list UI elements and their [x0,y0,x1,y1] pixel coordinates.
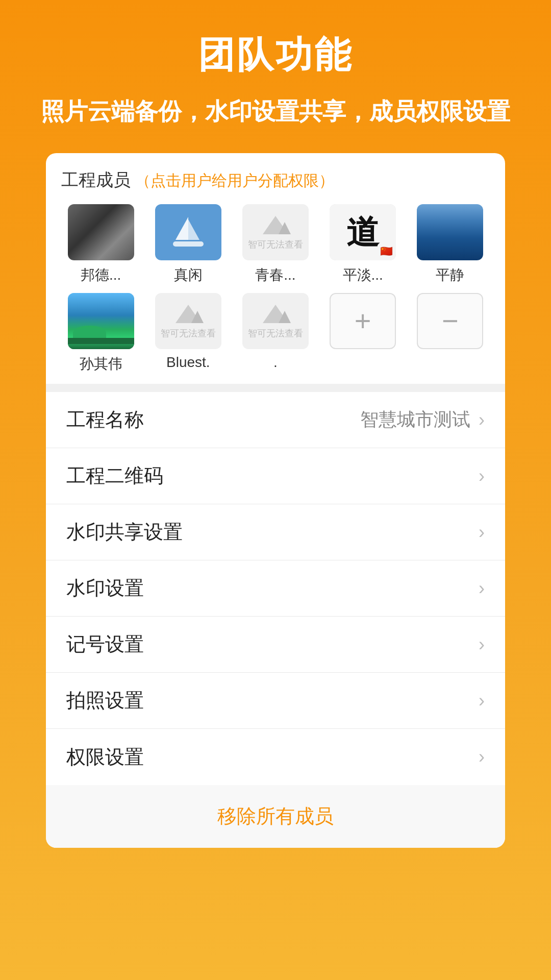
menu-label: 水印共享设置 [66,519,183,545]
menu-right: › [479,690,485,712]
member-avatar: 智可无法查看 [155,293,221,349]
member-item[interactable]: 道 🇨🇳 平淡... [323,204,403,285]
menu-right: 智慧城市测试 › [360,407,485,432]
menu-item-permission-setting[interactable]: 权限设置 › [46,729,505,785]
member-item[interactable]: 智可无法查看 Bluest. [148,293,228,374]
menu-right: › [479,746,485,768]
main-card: 工程成员 （点击用户给用户分配权限） 邦德... [46,153,505,848]
member-photo [68,204,134,260]
member-avatar [155,204,221,260]
avatar-placeholder: 智可无法查看 [242,204,309,260]
members-label: 工程成员 [61,170,131,189]
menu-item-project-qrcode[interactable]: 工程二维码 › [46,448,505,504]
member-item[interactable]: 平静 [411,204,490,285]
menu-label: 拍照设置 [66,688,144,714]
members-grid: 邦德... 真闲 [61,204,490,374]
section-separator [46,384,505,392]
menu-right: › [479,522,485,543]
member-avatar: 智可无法查看 [242,293,309,349]
member-name: 真闲 [174,265,203,285]
member-name: . [273,354,278,371]
remove-all-members-button[interactable]: 移除所有成员 [217,805,334,827]
member-avatar [417,204,483,260]
remove-member-button[interactable]: − [417,293,483,349]
members-section: 工程成员 （点击用户给用户分配权限） 邦德... [46,153,505,384]
chevron-right-icon: › [479,409,485,431]
page-title: 团队功能 [198,31,353,80]
remove-member-item[interactable]: − [411,293,490,374]
menu-label: 权限设置 [66,744,144,770]
avatar-placeholder: 智可无法查看 [155,293,221,349]
svg-marker-1 [188,219,199,240]
member-avatar [68,204,134,260]
menu-right: › [479,578,485,599]
menu-label: 工程二维码 [66,463,163,489]
menu-label: 工程名称 [66,407,144,433]
flag-emoji: 🇨🇳 [380,245,393,257]
chevron-right-icon: › [479,578,485,599]
menu-value: 智慧城市测试 [360,407,470,432]
member-item[interactable]: 孙其伟 [61,293,140,374]
add-member-button[interactable]: + [330,293,396,349]
footer-section: 移除所有成员 [46,785,505,848]
svg-marker-0 [176,217,188,240]
member-name: 平静 [436,265,464,285]
chevron-right-icon: › [479,522,485,543]
avatar-placeholder: 智可无法查看 [242,293,309,349]
dao-char: 道 🇨🇳 [330,204,396,260]
member-name: 平淡... [343,265,383,285]
member-name: 青春... [255,265,295,285]
add-member-item[interactable]: + [323,293,403,374]
member-name: Bluest. [166,354,210,371]
mountain-placeholder-icon [173,303,204,325]
menu-list: 工程名称 智慧城市测试 › 工程二维码 › 水印共享设置 › 水印设置 › [46,392,505,785]
page-subtitle: 照片云端备份，水印设置共享，成员权限设置 [20,95,531,128]
member-item[interactable]: 智可无法查看 . [236,293,315,374]
boat-icon [168,212,209,253]
members-hint: （点击用户给用户分配权限） [135,172,334,189]
member-name: 邦德... [81,265,121,285]
menu-item-mark-setting[interactable]: 记号设置 › [46,617,505,673]
menu-right: › [479,465,485,487]
menu-label: 记号设置 [66,631,144,657]
member-name: 孙其伟 [80,354,122,374]
mountain-placeholder-icon [260,303,291,325]
chevron-right-icon: › [479,690,485,712]
member-avatar [68,293,134,349]
mountain-placeholder-icon [260,214,291,236]
member-avatar: 智可无法查看 [242,204,309,260]
member-avatar: 道 🇨🇳 [330,204,396,260]
chevron-right-icon: › [479,746,485,768]
member-item[interactable]: 智可无法查看 青春... [236,204,315,285]
member-item[interactable]: 真闲 [148,204,228,285]
chevron-right-icon: › [479,634,485,655]
menu-item-photo-setting[interactable]: 拍照设置 › [46,673,505,729]
member-photo [417,204,483,260]
minus-icon: − [442,307,459,335]
menu-right: › [479,634,485,655]
member-item[interactable]: 邦德... [61,204,140,285]
chevron-right-icon: › [479,465,485,487]
menu-item-watermark-share[interactable]: 水印共享设置 › [46,504,505,560]
menu-item-project-name[interactable]: 工程名称 智慧城市测试 › [46,392,505,448]
svg-rect-2 [173,241,204,247]
plus-icon: + [355,307,371,335]
members-header: 工程成员 （点击用户给用户分配权限） [61,168,490,192]
menu-item-watermark-setting[interactable]: 水印设置 › [46,560,505,617]
menu-label: 水印设置 [66,575,144,601]
